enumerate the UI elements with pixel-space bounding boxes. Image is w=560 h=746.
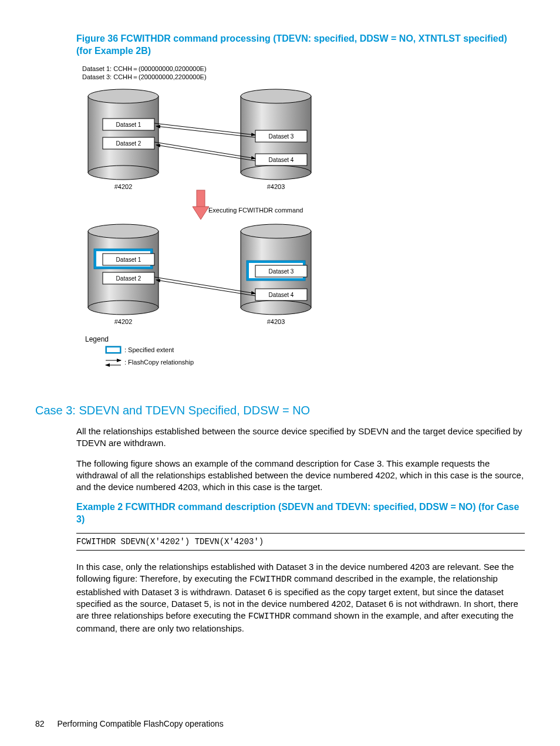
svg-point-2 <box>88 166 158 180</box>
para3-b: FCWITHDR <box>249 575 292 585</box>
svg-marker-15 <box>193 207 209 220</box>
diagram-ds3-top: Dataset 3 <box>269 133 294 140</box>
svg-rect-33 <box>107 347 120 352</box>
legend-title: Legend <box>85 335 109 343</box>
diagram-exec-label: Executing FCWITHDR command <box>208 207 303 214</box>
example-caption: Example 2 FCWITHDR command description (… <box>76 501 525 526</box>
diagram: Dataset 1: CCHH＝(000000000,0200000E) Dat… <box>82 65 525 390</box>
code-block: FCWITHDR SDEVN(X'4202') TDEVN(X'4203') <box>76 533 525 551</box>
big-arrow-icon <box>193 190 209 220</box>
svg-point-18 <box>88 301 158 315</box>
figure-caption: Figure 36 FCWITHDR command processing (T… <box>76 33 525 58</box>
diagram-ds4-top: Dataset 4 <box>269 157 294 163</box>
svg-point-1 <box>88 89 158 103</box>
diagram-ds2-bot: Dataset 2 <box>116 275 141 282</box>
svg-line-30 <box>154 277 255 293</box>
svg-rect-16 <box>88 231 158 308</box>
para1: All the relationships established betwee… <box>76 426 525 450</box>
diagram-dev-left-top: #4202 <box>114 183 133 190</box>
footer-title: Performing Compatible FlashCopy operatio… <box>57 719 223 728</box>
para3: In this case, only the relationships est… <box>76 561 525 635</box>
diagram-ds1-bot: Dataset 1 <box>116 256 141 263</box>
para3-d: FCWITHDR <box>248 612 291 622</box>
svg-point-25 <box>241 301 311 315</box>
svg-rect-0 <box>88 96 158 173</box>
svg-point-17 <box>88 224 158 238</box>
svg-point-6 <box>241 89 311 103</box>
diagram-ds4-bot: Dataset 4 <box>269 292 294 298</box>
footer: 82 Performing Compatible FlashCopy opera… <box>35 719 224 728</box>
diagram-ds2-top: Dataset 2 <box>116 140 141 147</box>
svg-point-7 <box>241 166 311 180</box>
legend-extent: : Specified extent <box>124 346 174 353</box>
svg-line-10 <box>154 123 255 135</box>
legend-relation: : FlashCopy relationship <box>124 359 194 366</box>
diagram-dev-left-bot: #4202 <box>114 318 133 325</box>
diagram-dev-right-top: #4203 <box>267 183 285 190</box>
case3-heading: Case 3: SDEVN and TDEVN Specified, DDSW … <box>35 404 525 417</box>
diagram-svg: Dataset 1 Dataset 2 #4202 Dataset 3 Data… <box>82 85 346 390</box>
diagram-dataset-header-3: Dataset 3: CCHH＝(200000000,2200000E) <box>82 73 525 81</box>
diagram-dev-right-bot: #4203 <box>267 318 285 325</box>
diagram-ds1-top: Dataset 1 <box>116 121 141 128</box>
diagram-ds3-bot: Dataset 3 <box>269 268 294 275</box>
svg-point-24 <box>241 224 311 238</box>
diagram-dataset-header-1: Dataset 1: CCHH＝(000000000,0200000E) <box>82 65 525 73</box>
page-number: 82 <box>35 719 45 728</box>
svg-line-12 <box>154 142 255 158</box>
svg-rect-14 <box>197 190 205 208</box>
para2: The following figure shows an example of… <box>76 458 525 494</box>
